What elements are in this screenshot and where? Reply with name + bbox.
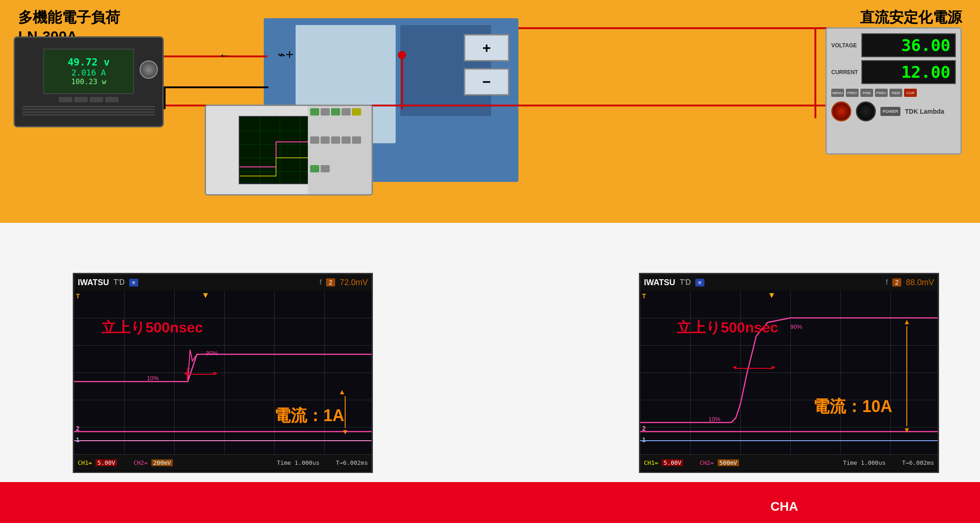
rise-label-left: 立上り500nsec xyxy=(101,318,203,338)
ln300a-btn2[interactable] xyxy=(74,97,88,102)
ch1-marker-right: 1 xyxy=(642,436,646,443)
osc-right-header: IWATSU T'D ≡ f 2 88.0mV xyxy=(640,274,938,291)
zplus-device: VOLTAGE 36.00 CURRENT 12.00 MENU PREV FI… xyxy=(825,27,962,155)
trigger-val-right: T→6.002ms xyxy=(902,459,934,466)
oscilloscope-device xyxy=(205,105,373,196)
osc-panel-left: IWATSU T'D ≡ f 2 72.0mV T ▼ xyxy=(73,273,373,473)
pct-90-right: 90% xyxy=(790,323,802,330)
ch1-val-right: 5.00V xyxy=(662,459,683,466)
red-bottom-bar xyxy=(0,482,980,523)
time-val-right: Time 1.000us xyxy=(843,459,886,466)
wire-red-top xyxy=(163,55,267,57)
osc-panel-right: IWATSU T'D ≡ f 2 88.0mV T ▼ xyxy=(639,273,939,473)
pct-90-left: 90% xyxy=(206,350,218,357)
zplus-bottom-row: MENU PREV FINE PREV REM CUR xyxy=(831,89,956,97)
inductor-symbol: ⌁+ xyxy=(273,41,309,70)
ch1-label-right: CH1= xyxy=(644,459,658,466)
ch2-marker-left: 2 xyxy=(76,425,80,432)
osc-left-display: T ▼ 立上り500nsec ◄ ► 10% xyxy=(74,291,372,454)
arrow-left-symbol: ← xyxy=(218,48,231,63)
zplus-voltage-row: VOLTAGE 36.00 xyxy=(831,33,956,57)
osc-left-waveform xyxy=(74,291,372,454)
ln300a-screen: 49.72 v 2.016 A 100.23 w xyxy=(43,49,134,94)
ln300a-btn3[interactable] xyxy=(90,97,103,102)
zplus-buttons: MENU PREV FINE PREV REM CUR xyxy=(831,89,917,97)
osc-left-header: IWATSU T'D ≡ f 2 72.0mV xyxy=(74,274,372,291)
pct-10-right: 10% xyxy=(709,416,720,422)
wire-black-1 xyxy=(164,86,268,88)
zplus-power-button[interactable]: POWER xyxy=(880,107,900,116)
rise-arrow-right: ◄ ► xyxy=(736,368,772,369)
ch1-val-left: 5.00V xyxy=(95,459,117,466)
cha-label: CHA xyxy=(770,499,798,514)
ln300a-button-row xyxy=(59,97,119,102)
ln300a-device: 49.72 v 2.016 A 100.23 w xyxy=(14,36,164,127)
terminal-minus: − xyxy=(464,68,509,96)
zplus-current-row: CURRENT 12.00 xyxy=(831,60,956,84)
rise-arrow-left: ◄ ► xyxy=(187,374,214,375)
current-label-right: 電流：10A xyxy=(813,396,892,418)
osc-left-footer: CH1= 5.00V CH2= 200mV Time 1.000us T→6.0… xyxy=(74,454,372,471)
ch2-val-left: 200mV xyxy=(151,459,173,466)
wire-junction-dot xyxy=(398,51,406,59)
ch2-label-left: CH2= xyxy=(133,459,147,466)
osc-device-buttons xyxy=(308,106,372,194)
ch1-label-left: CH1= xyxy=(78,459,92,466)
ch2-marker-right: 2 xyxy=(642,425,646,432)
pct-10-left: 10% xyxy=(147,375,159,382)
osc-right-footer: CH1= 5.00V CH2= 500mV Time 1.000us T→6.0… xyxy=(640,454,938,471)
ln300a-btn4[interactable] xyxy=(105,97,119,102)
wire-red-zplus-top xyxy=(518,27,832,29)
zplus-terminal-black xyxy=(856,101,876,121)
wire-junction-down xyxy=(401,55,403,109)
ch1-marker-left: 1 xyxy=(76,436,80,443)
osc-right-display: T ▼ 立上り500nsec ◄ ► 90% 10% xyxy=(640,291,938,454)
ln300a-knob xyxy=(140,60,158,79)
ln300a-btn1[interactable] xyxy=(59,97,72,102)
rise-label-right: 立上り500nsec xyxy=(677,318,778,338)
time-val-left: Time 1.000us xyxy=(277,459,320,466)
ch2-label-right: CH2= xyxy=(699,459,714,466)
zplus-terminal-red xyxy=(831,101,851,121)
ch2-val-right: 500mV xyxy=(718,459,739,466)
current-arrow-right: ▲ ▼ xyxy=(903,318,910,434)
zplus-bottom2: POWER TDK Lambda xyxy=(831,101,956,121)
trigger-val-left: T→6.002ms xyxy=(336,459,368,466)
osc-right-waveform xyxy=(640,291,938,454)
wire-black-v1 xyxy=(164,86,166,109)
terminal-plus: + xyxy=(464,34,509,61)
ln300a-vents xyxy=(22,106,155,116)
current-label-left: 電流：1A xyxy=(274,405,344,427)
svg-text:⌁+: ⌁+ xyxy=(277,47,294,62)
